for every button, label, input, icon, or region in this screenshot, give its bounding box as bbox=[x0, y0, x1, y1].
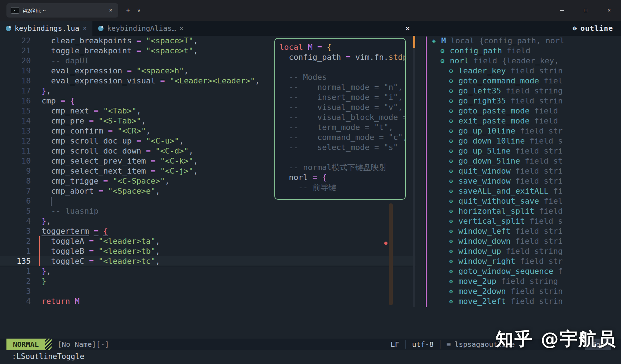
code-text: eval_expression = "<space>h", bbox=[42, 66, 189, 76]
outline-item-goto_command_mode[interactable]: ⚙goto_command_modefiel bbox=[428, 76, 621, 86]
outline-item-window_up[interactable]: ⚙window_upfield string bbox=[428, 246, 621, 256]
line-number: 14 bbox=[0, 116, 31, 126]
code-line[interactable]: 4return M bbox=[0, 296, 415, 306]
code-text: cmp_next = "<Tab>", bbox=[42, 106, 141, 116]
outline-item-window_right[interactable]: ⚙window_rightfield str bbox=[428, 256, 621, 266]
code-text: eval_expression_visual = "<Leader><Leade… bbox=[42, 76, 260, 86]
sign-column bbox=[31, 46, 42, 56]
sign-column bbox=[31, 96, 42, 106]
outline-item-go_down_10line[interactable]: ⚙go_down_10linefield s bbox=[428, 136, 621, 146]
list-icon: ≡ bbox=[447, 339, 451, 350]
sign-column bbox=[31, 266, 42, 276]
outline-item-move_2up[interactable]: ⚙move_2upfield string bbox=[428, 276, 621, 286]
buffer-tab-keybindings[interactable]: keybindings.lua × bbox=[0, 21, 92, 36]
symbol-name: go_up_10line bbox=[458, 126, 515, 136]
code-line[interactable]: 4}, bbox=[0, 216, 415, 226]
outline-item-M[interactable]: ◈Mlocal {config_path, norl bbox=[428, 36, 621, 46]
terminal-tab-close-icon[interactable]: × bbox=[107, 7, 114, 14]
float-code-line: -- term_mode = "t", bbox=[279, 122, 405, 132]
float-code-line: -- Modes bbox=[279, 72, 405, 82]
buffer-tab-keybinding-alias[interactable]: keybindingAlias… × bbox=[92, 21, 189, 36]
code-text: -- luasnip bbox=[42, 206, 98, 216]
field-icon: ⚙ bbox=[449, 96, 458, 106]
close-button[interactable]: × bbox=[597, 0, 621, 21]
symbol-name: goto_window_sequence bbox=[458, 266, 553, 276]
outline-scrollbar-thumb[interactable] bbox=[413, 36, 415, 48]
outline-item-go_left35[interactable]: ⚙go_left35field string bbox=[428, 86, 621, 96]
outline-item-exit_paste_mode[interactable]: ⚙exit_paste_modefield bbox=[428, 116, 621, 126]
outline-item-go_up_10line[interactable]: ⚙go_up_10linefield str bbox=[428, 126, 621, 136]
sign-column bbox=[31, 76, 42, 86]
line-number: 13 bbox=[0, 126, 31, 136]
code-line[interactable]: 3toggerterm = { bbox=[0, 226, 415, 236]
outline-panel[interactable]: ◈Mlocal {config_path, norl⚙config_pathfi… bbox=[428, 36, 621, 339]
code-line[interactable]: 3 bbox=[0, 286, 415, 296]
sign-column bbox=[31, 126, 42, 136]
outline-item-go_down_5line[interactable]: ⚙go_down_5linefield st bbox=[428, 156, 621, 166]
symbol-detail: local {config_path, norl bbox=[446, 36, 564, 46]
symbol-name: vertical_split bbox=[458, 216, 525, 226]
outline-item-config_path[interactable]: ⚙config_pathfield bbox=[428, 46, 621, 56]
sign-column bbox=[31, 136, 42, 146]
outline-item-move_2left[interactable]: ⚙move_2leftfield strin bbox=[428, 296, 621, 306]
sign-column bbox=[31, 106, 42, 116]
outline-item-horizontal_split[interactable]: ⚙horizontal_splitfield bbox=[428, 206, 621, 216]
sign-column bbox=[31, 146, 42, 156]
symbol-detail: field s bbox=[525, 216, 563, 226]
code-line[interactable]: 1}, bbox=[0, 266, 415, 276]
outline-item-vertical_split[interactable]: ⚙vertical_splitfield s bbox=[428, 216, 621, 226]
outline-item-goto_paste_mode[interactable]: ⚙goto_paste_modefield bbox=[428, 106, 621, 116]
watermark: 知乎 @宇航员 bbox=[496, 327, 617, 351]
outline-item-goto_window_sequence[interactable]: ⚙goto_window_sequencef bbox=[428, 266, 621, 276]
new-tab-button[interactable]: + bbox=[126, 6, 130, 14]
float-code-line bbox=[279, 152, 405, 162]
line-number: 135 bbox=[0, 256, 31, 266]
code-text: }, bbox=[42, 266, 51, 276]
code-line[interactable]: 2} bbox=[0, 276, 415, 286]
outline-item-window_down[interactable]: ⚙window_downfield stri bbox=[428, 236, 621, 246]
code-line[interactable]: 5 -- luasnip bbox=[0, 206, 415, 216]
line-number: 21 bbox=[0, 46, 31, 56]
symbol-name: leader_key bbox=[458, 66, 506, 76]
field-icon: ⚙ bbox=[449, 146, 458, 156]
buffer-close-icon[interactable]: × bbox=[83, 25, 87, 32]
tab-dropdown-icon[interactable]: ∨ bbox=[137, 8, 141, 13]
sign-column bbox=[31, 216, 42, 226]
outline-item-go_right35[interactable]: ⚙go_right35field strin bbox=[428, 96, 621, 106]
outline-item-leader_key[interactable]: ⚙leader_keyfield strin bbox=[428, 66, 621, 76]
sign-column bbox=[31, 276, 42, 286]
statusline-separator bbox=[45, 339, 52, 350]
maximize-button[interactable]: □ bbox=[574, 0, 597, 21]
code-line[interactable]: 2 toggleA = "<leader>ta", bbox=[0, 236, 415, 246]
tabline-close-icon[interactable]: × bbox=[405, 24, 410, 33]
command-line[interactable]: :LSoutlineToggle bbox=[0, 350, 621, 364]
outline-item-quit_window[interactable]: ⚙quit_windowfield stri bbox=[428, 166, 621, 176]
terminal-tab[interactable]: >_ i42@hi: ~ × bbox=[6, 3, 118, 18]
sign-column bbox=[31, 66, 42, 76]
minimize-button[interactable]: ─ bbox=[550, 0, 574, 21]
symbol-name: go_up_5line bbox=[458, 146, 511, 156]
code-line[interactable]: 135 toggleC = "<leader>tc", bbox=[0, 256, 415, 266]
cmd-icon: >_ bbox=[11, 7, 19, 14]
outline-item-quit_without_save[interactable]: ⚙quit_without_savefiel bbox=[428, 196, 621, 206]
outline-item-go_up_5line[interactable]: ⚙go_up_5linefield stri bbox=[428, 146, 621, 156]
outline-item-window_left[interactable]: ⚙window_leftfield stri bbox=[428, 226, 621, 236]
symbol-detail: field stri bbox=[511, 236, 563, 246]
outline-item-norl[interactable]: ⚙norlfield {leader_key, bbox=[428, 56, 621, 66]
outline-item-save_window[interactable]: ⚙save_windowfield stri bbox=[428, 176, 621, 186]
buffer-close-icon[interactable]: × bbox=[180, 25, 183, 32]
symbol-detail: f bbox=[553, 266, 563, 276]
code-text: toggleC = "<leader>tc", bbox=[42, 256, 160, 266]
line-number: 11 bbox=[0, 146, 31, 156]
code-line[interactable]: 1 toggleB = "<leader>tb", bbox=[0, 246, 415, 256]
float-code-line: -- normal_mode = "n", bbox=[279, 82, 405, 92]
sign-column bbox=[31, 286, 42, 296]
symbol-detail: field bbox=[530, 106, 558, 116]
symbol-name: config_path bbox=[450, 46, 502, 56]
symbol-name: move_2up bbox=[458, 276, 496, 286]
editor-scrollbar-thumb[interactable] bbox=[389, 203, 393, 305]
symbol-detail: field str bbox=[515, 126, 563, 136]
titlebar: >_ i42@hi: ~ × + ∨ ─ □ × bbox=[0, 0, 621, 21]
outline-item-saveALL_and_exitALL[interactable]: ⚙saveALL_and_exitALLfi bbox=[428, 186, 621, 196]
outline-item-move_2down[interactable]: ⚙move_2downfield strin bbox=[428, 286, 621, 296]
